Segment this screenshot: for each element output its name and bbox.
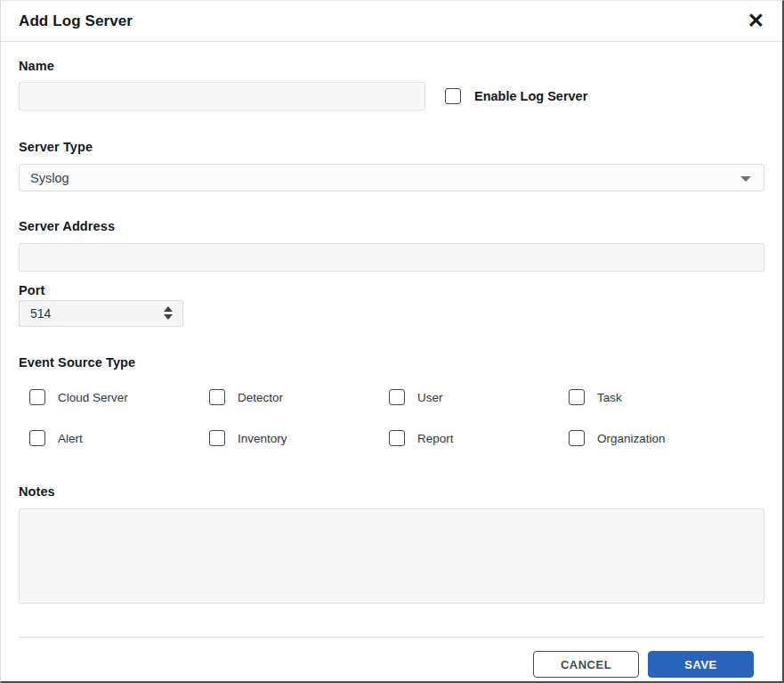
dialog-body: Name Enable Log Server Server Type Syslo… [1, 42, 782, 683]
report-label: Report [417, 432, 454, 445]
dialog-header: Add Log Server ✕ [1, 1, 782, 42]
enable-log-server-option[interactable]: Enable Log Server [445, 88, 587, 104]
server-type-select[interactable]: Syslog [19, 164, 764, 191]
event-source-type-label: Event Source Type [19, 355, 764, 370]
notes-textarea[interactable] [19, 508, 764, 604]
event-source-type-grid: Cloud Server Detector User Task Alert In… [29, 389, 764, 446]
checkbox-option-inventory[interactable]: Inventory [209, 430, 389, 446]
add-log-server-dialog: Add Log Server ✕ Name Enable Log Server … [0, 0, 784, 683]
user-checkbox[interactable] [389, 389, 405, 405]
stepper-down-icon[interactable] [164, 314, 173, 320]
task-checkbox[interactable] [569, 389, 585, 405]
notes-label: Notes [19, 484, 764, 499]
checkbox-option-cloud-server[interactable]: Cloud Server [29, 389, 209, 405]
alert-label: Alert [58, 432, 83, 445]
cloud-server-label: Cloud Server [58, 391, 128, 404]
port-label: Port [19, 283, 764, 297]
name-row: Enable Log Server [19, 82, 764, 110]
checkbox-option-user[interactable]: User [389, 389, 569, 405]
close-icon[interactable]: ✕ [746, 11, 766, 31]
alert-checkbox[interactable] [29, 430, 45, 446]
checkbox-option-task[interactable]: Task [569, 389, 748, 405]
checkbox-option-organization[interactable]: Organization [569, 430, 748, 446]
report-checkbox[interactable] [389, 430, 405, 446]
inventory-label: Inventory [238, 432, 287, 445]
organization-label: Organization [597, 432, 666, 445]
server-address-input[interactable] [19, 243, 764, 272]
chevron-down-icon [740, 176, 751, 182]
save-button[interactable]: SAVE [648, 651, 754, 678]
organization-checkbox[interactable] [569, 430, 585, 446]
port-input-wrap [19, 300, 183, 327]
dialog-footer: CANCEL SAVE [19, 637, 764, 683]
name-input[interactable] [19, 82, 425, 110]
dialog-title: Add Log Server [19, 12, 133, 30]
checkbox-option-detector[interactable]: Detector [209, 389, 389, 405]
server-type-selected-value: Syslog [30, 171, 69, 185]
cloud-server-checkbox[interactable] [29, 389, 45, 405]
port-stepper[interactable] [164, 306, 173, 320]
detector-checkbox[interactable] [209, 389, 225, 405]
checkbox-option-report[interactable]: Report [389, 430, 569, 446]
user-label: User [417, 391, 443, 404]
detector-label: Detector [238, 391, 283, 404]
checkbox-option-alert[interactable]: Alert [29, 430, 209, 446]
stepper-up-icon[interactable] [164, 306, 173, 312]
port-input[interactable] [19, 300, 183, 327]
enable-log-server-label: Enable Log Server [474, 89, 587, 103]
server-type-label: Server Type [19, 140, 764, 154]
task-label: Task [597, 391, 622, 404]
enable-log-server-checkbox[interactable] [445, 88, 461, 104]
name-label: Name [19, 59, 764, 73]
inventory-checkbox[interactable] [209, 430, 225, 446]
cancel-button[interactable]: CANCEL [533, 651, 639, 678]
server-address-label: Server Address [19, 219, 764, 233]
